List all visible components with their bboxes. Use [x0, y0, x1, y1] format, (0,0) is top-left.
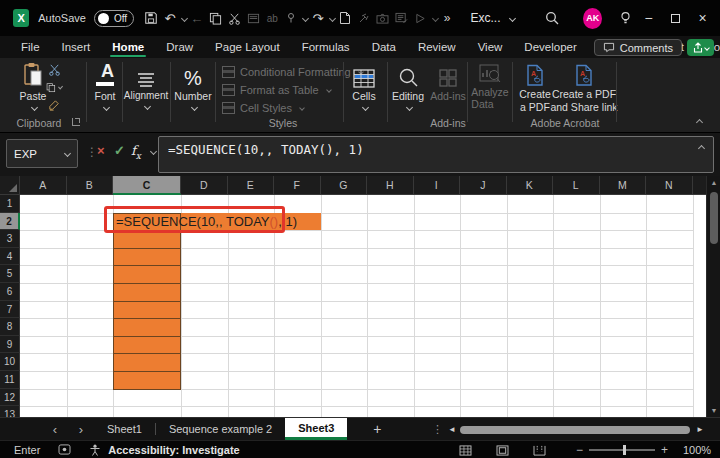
- search-button[interactable]: [543, 7, 562, 29]
- tab-home[interactable]: Home: [101, 36, 155, 58]
- row-header-12[interactable]: 12: [0, 389, 20, 407]
- cell-C10[interactable]: [113, 353, 181, 372]
- column-header-C[interactable]: C: [113, 176, 181, 195]
- row-header-8[interactable]: 8: [0, 318, 20, 336]
- zoom-in-button[interactable]: +: [661, 443, 668, 457]
- touch-mode-chevron-icon[interactable]: [300, 16, 308, 21]
- close-button[interactable]: ×: [689, 0, 716, 36]
- format-painter-button[interactable]: [46, 98, 62, 112]
- zoom-slider[interactable]: [589, 449, 655, 451]
- cell-C9[interactable]: [113, 336, 181, 355]
- scroll-down-icon[interactable]: ▼: [707, 407, 720, 414]
- column-header-K[interactable]: K: [507, 176, 554, 195]
- more-commands-button[interactable]: »: [438, 7, 457, 29]
- column-header-N[interactable]: N: [646, 176, 693, 195]
- column-header-G[interactable]: G: [321, 176, 368, 195]
- cell-C5[interactable]: [113, 265, 181, 284]
- column-header-M[interactable]: M: [600, 176, 647, 195]
- cut-button-ribbon[interactable]: [46, 62, 62, 76]
- redo-button[interactable]: ↷: [308, 7, 327, 29]
- confirm-entry-button[interactable]: ✓: [114, 143, 125, 158]
- cut-button[interactable]: [225, 7, 244, 29]
- column-header-J[interactable]: J: [460, 176, 507, 195]
- undo-button[interactable]: ↶: [160, 7, 179, 29]
- column-header-I[interactable]: I: [414, 176, 461, 195]
- name-box[interactable]: EXP: [6, 139, 78, 168]
- sheet-tab-sheet3[interactable]: Sheet3: [285, 418, 347, 440]
- row-header-13[interactable]: 13: [0, 406, 20, 417]
- column-header-E[interactable]: E: [228, 176, 275, 195]
- collapse-ribbon-chevron-icon[interactable]: [696, 119, 703, 126]
- title-chevron-icon[interactable]: [508, 14, 515, 21]
- tab-review[interactable]: Review: [407, 36, 467, 58]
- tab-data[interactable]: Data: [361, 36, 407, 58]
- accessibility-icon[interactable]: [89, 444, 101, 456]
- row-header-5[interactable]: 5: [0, 265, 20, 283]
- cancel-entry-button[interactable]: ×: [97, 143, 105, 158]
- cell-C8[interactable]: [113, 318, 181, 337]
- row-header-4[interactable]: 4: [0, 248, 20, 266]
- hscroll-left-icon[interactable]: ◄: [448, 418, 456, 441]
- row-header-2[interactable]: 2: [0, 213, 20, 231]
- account-avatar[interactable]: AK: [583, 8, 602, 29]
- column-header-D[interactable]: D: [181, 176, 228, 195]
- macro-recording-icon[interactable]: [58, 444, 71, 455]
- copy-button-ribbon[interactable]: [46, 80, 62, 94]
- spreadsheet-grid[interactable]: =SEQUENCE(10,, TODAY(), 1)ABCDEFGHIJKLMN…: [0, 176, 706, 417]
- new-file-button[interactable]: [335, 7, 354, 29]
- hscroll-right-icon[interactable]: ►: [696, 418, 704, 441]
- redo-menu-chevron-icon[interactable]: [327, 16, 335, 21]
- column-header-B[interactable]: B: [67, 176, 114, 195]
- tab-formulas[interactable]: Formulas: [291, 36, 361, 58]
- vertical-scrollbar[interactable]: ▲ ▼: [706, 176, 720, 417]
- tab-insert[interactable]: Insert: [51, 36, 102, 58]
- cells-menu-button[interactable]: Cells: [345, 60, 383, 110]
- row-header-7[interactable]: 7: [0, 301, 20, 319]
- zoom-level[interactable]: 100%: [674, 444, 720, 456]
- cell-C6[interactable]: [113, 283, 181, 302]
- page-layout-view-button[interactable]: [496, 445, 509, 456]
- alignment-menu-button[interactable]: Alignment: [123, 60, 169, 109]
- row-header-1[interactable]: 1: [0, 195, 20, 213]
- vertical-scroll-thumb[interactable]: [710, 192, 718, 244]
- insert-function-button[interactable]: fx: [131, 143, 141, 161]
- add-sheet-button[interactable]: +: [373, 418, 381, 440]
- undo-menu-chevron-icon[interactable]: [179, 16, 187, 21]
- row-header-6[interactable]: 6: [0, 283, 20, 301]
- row-header-11[interactable]: 11: [0, 371, 20, 389]
- sheet-tab-sequence-example-2[interactable]: Sequence example 2: [156, 418, 285, 440]
- select-all-corner[interactable]: [0, 176, 20, 195]
- normal-view-button[interactable]: [459, 445, 472, 456]
- horizontal-scroll-thumb[interactable]: [460, 426, 690, 434]
- tab-draw[interactable]: Draw: [155, 36, 204, 58]
- sheet-tab-sheet1[interactable]: Sheet1: [94, 418, 155, 440]
- tab-page-layout[interactable]: Page Layout: [204, 36, 291, 58]
- sheet-nav-left-icon[interactable]: ‹: [42, 418, 68, 440]
- font-menu-button[interactable]: A Font: [88, 60, 122, 110]
- cell-C11[interactable]: [113, 371, 181, 390]
- column-header-F[interactable]: F: [274, 176, 321, 195]
- comments-button[interactable]: Comments: [594, 39, 682, 56]
- accessibility-status[interactable]: Accessibility: Investigate: [108, 444, 239, 456]
- zoom-slider-thumb[interactable]: [623, 445, 626, 455]
- scroll-up-icon[interactable]: ▲: [707, 179, 720, 186]
- tab-file[interactable]: File: [10, 36, 51, 58]
- cell-C3[interactable]: [113, 230, 181, 249]
- column-header-L[interactable]: L: [553, 176, 600, 195]
- row-header-9[interactable]: 9: [0, 336, 20, 354]
- create-pdf-button-2[interactable]: ACreate a PDFand Share link: [556, 60, 612, 113]
- minimize-button[interactable]: −: [635, 0, 662, 36]
- create-pdf-button-1[interactable]: ACreatea PDF: [517, 60, 553, 113]
- column-header-A[interactable]: A: [20, 176, 67, 195]
- row-header-10[interactable]: 10: [0, 353, 20, 371]
- save-button[interactable]: [142, 7, 161, 29]
- clipboard-dialog-launcher-icon[interactable]: [72, 118, 80, 126]
- formula-input[interactable]: =SEQUENCE(10,, TODAY(), 1): [158, 136, 714, 173]
- number-menu-button[interactable]: % Number: [172, 60, 214, 110]
- share-button[interactable]: [687, 39, 714, 56]
- maximize-button[interactable]: [662, 0, 689, 36]
- editing-menu-button[interactable]: Editing: [386, 60, 430, 110]
- row-header-3[interactable]: 3: [0, 230, 20, 248]
- zoom-out-button[interactable]: −: [576, 443, 583, 457]
- cell-C4[interactable]: [113, 248, 181, 267]
